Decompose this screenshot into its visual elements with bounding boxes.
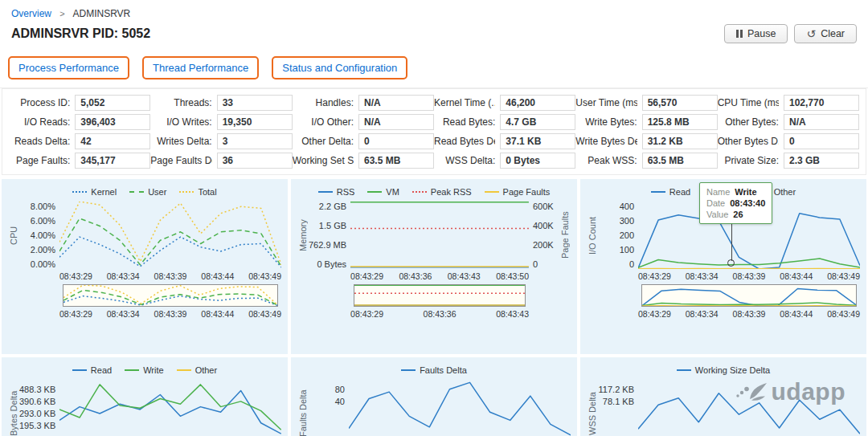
legend-marker-icon [125,369,139,371]
y-tick: 2.2 GB [319,202,346,211]
stat-field: Write Bytes:125.8 MB [575,114,717,130]
stat-value: 3 [217,133,293,149]
plot-area-memory[interactable] [350,202,529,269]
stat-field: Kernel Time (...:46,200 [434,95,575,111]
legend-label: Peak RSS [431,187,472,197]
stat-value: 0 [358,133,434,149]
chart-legend: ReadWriteOther [8,361,281,380]
y-axis-title: WSS Delta [587,380,598,436]
pause-icon [736,30,743,38]
legend-item-faults-delta[interactable]: Faults Delta [401,365,467,375]
stats-row: I/O Reads:396,403I/O Writes:19,350I/O Ot… [9,114,859,130]
legend-item-working-size-delta[interactable]: Working Size Delta [677,365,770,375]
stat-label: Other Bytes D...: [718,136,779,147]
x-tick: 08:43:50 [496,271,529,281]
legend-item-total[interactable]: Total [179,187,216,197]
legend-item-page-faults[interactable]: Page Faults [485,187,551,197]
chart-navigator[interactable] [63,284,278,307]
legend-item-read[interactable]: Read [651,187,690,197]
breadcrumb-separator-icon: > [59,9,64,18]
stat-value: 33 [217,95,293,111]
stat-value: 396,403 [75,114,150,130]
y-tick: 762.9 MB [309,240,346,250]
x-tick: 08:43:44 [201,271,234,281]
legend-item-rss[interactable]: RSS [318,187,355,197]
y-axis-title: Faults Delta [297,380,309,436]
breadcrumb-link-overview[interactable]: Overview [11,8,51,19]
series-line-kernel [59,237,281,267]
legend-item-peak-rss[interactable]: Peak RSS [412,187,472,197]
x-tick-labels: 08:43:2908:43:3408:43:3908:43:4408:43:49 [59,269,281,283]
stat-value: 37.1 KB [500,133,575,149]
chart-navigator[interactable] [641,284,857,307]
stat-label: User Time (ms): [575,97,637,108]
stat-label: Other Bytes: [718,116,779,128]
stat-field: Threads:33 [150,95,292,111]
stat-label: I/O Writes: [150,116,211,128]
stat-field: CPU Time (ms):102,770 [718,95,859,111]
legend-item-read[interactable]: Read [72,365,112,375]
y-tick: 80 [335,385,345,394]
legend-label: RSS [337,187,355,197]
plot-area-bytes-delta[interactable] [59,380,281,436]
legend-item-user[interactable]: User [129,187,166,197]
y-tick-labels: 4003002001000 [598,202,638,269]
y-tick-right: 200K [533,240,554,250]
y-tick: 293.0 KB [19,409,55,418]
stat-label: Page Faults De...: [150,155,211,166]
y-tick: 0 [629,259,634,269]
navigator-x-tick: 08:43:43 [496,309,529,319]
stat-label: Read Bytes De...: [434,136,495,147]
stat-value: N/A [358,114,434,130]
legend-label: Write [143,365,163,375]
legend-label: Other [195,365,218,375]
navigator-x-tick: 08:43:39 [154,309,187,319]
tab-status-and-configuration[interactable]: Status and Configuration [272,56,407,79]
navigator-x-tick: 08:43:34 [107,309,140,319]
plot-column [349,380,571,436]
navigator-x-tick: 08:43:29 [350,309,383,319]
y-tick: 0.00% [31,259,55,269]
navigator-x-tick: 08:43:39 [733,309,766,319]
y-tick-labels: 117.2 KB78.1 KB [598,380,638,436]
plot-area-cpu[interactable] [59,202,281,269]
chart-memory: RSSVMPeak RSSPage FaultsMemory2.2 GB1.5 … [291,179,577,354]
x-tick: 08:43:29 [638,271,671,281]
watermark: udapp [733,377,846,406]
legend-label: User [148,187,166,197]
legend-marker-icon [318,191,333,193]
stat-field: Handles:N/A [293,95,434,111]
x-tick-labels: 08:43:2908:43:3608:43:4308:43:50 [350,269,529,283]
legend-item-kernel[interactable]: Kernel [72,187,117,197]
chart-legend: KernelUserTotal [8,182,281,202]
clear-button[interactable]: ↺ Clear [794,24,857,43]
legend-marker-icon [401,369,416,371]
stat-label: Write Bytes: [575,116,637,128]
stat-label: Page Faults: [9,155,70,166]
y-tick: 390.6 KB [19,397,55,406]
tab-strip: Process Performance Thread Performance S… [0,50,868,88]
y-tick: 200 [620,230,634,240]
stat-field: Peak WSS:63.5 MB [575,153,717,169]
stat-label: Working Set Si...: [293,155,354,166]
legend-item-write[interactable]: Write [125,365,163,375]
clear-icon: ↺ [806,30,816,38]
chart-navigator[interactable] [354,284,526,307]
legend-label: Kernel [91,187,117,197]
stat-label: Writes Delta: [150,136,211,147]
legend-item-other[interactable]: Other [177,365,218,375]
plot-area-faults-delta[interactable] [349,380,571,436]
chart-body: Bytes Delta488.3 KB390.6 KB293.0 KB195.3… [8,380,281,436]
pause-button[interactable]: Pause [724,24,788,43]
tooltip-row: Value26 [706,209,765,220]
legend-item-vm[interactable]: VM [367,187,399,197]
stat-field: Reads Delta:42 [9,133,150,149]
stat-field: Page Faults De...:36 [150,153,292,169]
tab-process-performance[interactable]: Process Performance [8,56,129,79]
process-monitor-page: Overview > ADMINSRVR ADMINSRVR PID: 5052… [0,0,868,436]
stat-field: Write Bytes De...:31.2 KB [575,133,717,149]
tab-thread-performance[interactable]: Thread Performance [142,56,259,79]
x-tick: 08:43:44 [780,271,813,281]
y-tick-labels: 8040 [309,380,349,436]
stat-value: 56,570 [642,95,718,111]
